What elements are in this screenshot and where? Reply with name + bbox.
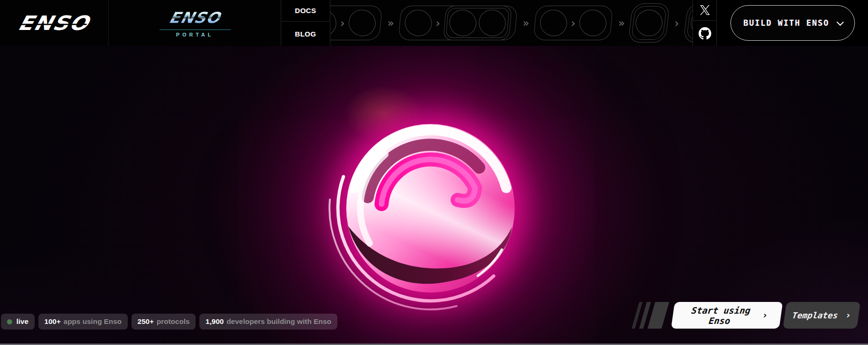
flow-group: › [533,6,613,40]
github-icon[interactable] [693,21,716,46]
protocols-count-label: protocols [157,317,190,326]
nav-docs-link[interactable]: DOCS [281,0,330,22]
arrow-right-icon: › [761,309,768,321]
arrow-right-icon: › [674,17,679,29]
live-dot-icon [7,319,12,324]
enso-portal-logo[interactable]: ENSO PORTAL [109,0,281,46]
protocols-count: 250+ [138,317,154,326]
header: › » › » › » [0,0,868,46]
flow-nested-container [443,6,512,40]
header-cta-zone: BUILD WITH ENSO [717,0,868,46]
arrow-right-icon: › [435,17,441,29]
social-links [693,0,717,46]
flow-group: › [398,6,518,40]
portal-subtitle: PORTAL [176,32,213,37]
flow-circle-icon [476,7,509,39]
double-arrow-icon: » [618,18,624,29]
apps-count: 100+ [44,317,61,326]
arrow-right-icon: › [340,17,345,29]
flow-circle-icon [446,7,480,39]
flow-circle-icon [537,7,570,39]
portal-underline [160,29,231,30]
arrow-right-icon: › [570,17,576,29]
build-with-enso-button[interactable]: BUILD WITH ENSO [730,5,855,41]
main-nav: DOCS BLOG [281,0,330,46]
enso-landing-page: › » › » › » [0,0,868,345]
cta-row: Start using Enso › Templates › [635,302,859,329]
protocols-count-badge: 250+ protocols [131,314,196,330]
developers-count-badge: 1,900 developers building with Enso [199,314,337,330]
nav-blog-link[interactable]: BLOG [281,22,330,46]
developers-count: 1,900 [205,317,224,326]
start-button-label: Start using Enso [685,305,756,326]
double-arrow-icon: » [387,18,393,29]
speed-lines-decoration [635,302,665,329]
live-status-badge: live [1,314,35,330]
hero-section: live 100+ apps using Enso 250+ protocols… [0,46,868,345]
stats-row: live 100+ apps using Enso 250+ protocols… [1,314,337,330]
enso-orb-logo [321,98,540,318]
build-button-label: BUILD WITH ENSO [744,18,830,28]
chevron-down-icon [837,18,844,26]
flow-circle-icon [346,7,379,39]
x-twitter-icon[interactable] [693,0,716,21]
templates-button[interactable]: Templates › [783,302,861,329]
double-arrow-icon: » [523,18,528,29]
portal-wordmark-text: ENSO [167,9,223,27]
arrow-right-icon: › [845,309,852,321]
start-using-enso-button[interactable]: Start using Enso › [671,302,783,329]
flow-circle-icon [576,7,610,39]
flow-square-container [628,3,670,43]
developers-count-label: developers building with Enso [226,317,331,326]
apps-count-badge: 100+ apps using Enso [38,314,128,330]
live-label: live [16,317,29,326]
flow-decoration: › » › » › » [283,0,716,46]
enso-logo[interactable]: ENSO [0,0,109,46]
enso-wordmark-text: ENSO [16,11,92,35]
apps-count-label: apps using Enso [64,317,122,326]
templates-button-label: Templates [792,310,839,320]
flow-circle-icon [402,7,435,39]
flow-circle-icon [633,7,665,39]
